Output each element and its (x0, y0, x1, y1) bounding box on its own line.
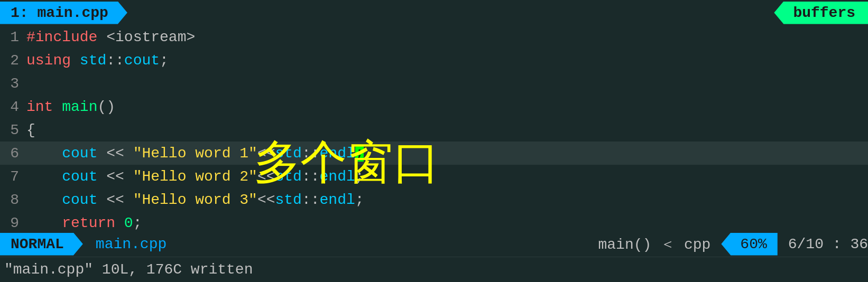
code-line: 6 cout << "Hello word 1"<<std::endl; (0, 142, 868, 165)
code-block: 1#include <iostream>2using std::cout;34i… (0, 25, 868, 258)
token-str: "Hello word 1" (133, 145, 257, 162)
line-number: 5 (0, 122, 26, 138)
token-op: << (257, 145, 275, 162)
token-op (53, 99, 62, 115)
code-line: 8 cout << "Hello word 3"<<std::endl; (0, 188, 868, 211)
token-kw-std: std (275, 145, 302, 162)
line-content: { (26, 122, 35, 138)
buffers-button[interactable]: buffers (774, 2, 868, 24)
line-content: cout << "Hello word 1"<<std::endl; (26, 145, 364, 162)
token-str: "Hello word 2" (133, 168, 257, 185)
token-kw-cout: cout (62, 168, 97, 185)
status-right: main() ＜ cpp 60% 6/10 : 36 (598, 233, 869, 256)
token-op (115, 215, 124, 231)
token-kw-cout: cout (124, 52, 160, 69)
line-number: 9 (0, 215, 26, 231)
token-num: 0 (124, 215, 133, 231)
token-kw-std: endl (320, 192, 355, 208)
token-op (71, 52, 80, 69)
token-kw-std: endl (320, 145, 355, 162)
token-op: :: (302, 192, 320, 208)
tab-bar: 1: main.cpp buffers (0, 0, 868, 25)
status-filename: main.cpp (96, 236, 167, 252)
cursor: ; (355, 145, 364, 162)
token-kw-return: return (62, 215, 115, 231)
token-kw-cout: cout (62, 145, 97, 162)
token-kw-include: #include (26, 29, 97, 45)
token-op: :: (106, 52, 124, 69)
active-tab[interactable]: 1: main.cpp (0, 2, 127, 24)
token-op (97, 29, 106, 45)
status-bar: NORMAL main.cpp main() ＜ cpp 60% 6/10 : … (0, 231, 868, 257)
token-kw-std: std (275, 192, 302, 208)
token-op: :: (302, 145, 320, 162)
token-str: "Hello word 3" (133, 192, 257, 208)
token-kw-std: endl (320, 168, 355, 185)
line-number: 4 (0, 99, 26, 115)
line-content: using std::cout; (26, 52, 169, 69)
line-content: #include <iostream> (26, 29, 195, 45)
line-content: cout << "Hello word 2"<<std::endl; (26, 168, 364, 185)
command-line: "main.cpp" 10L, 176C written (0, 257, 868, 282)
code-line: 1#include <iostream> (0, 25, 868, 49)
code-line: 4int main() (0, 95, 868, 118)
line-content: int main() (26, 99, 115, 115)
line-number: 1 (0, 29, 26, 45)
code-line: 5{ (0, 118, 868, 142)
code-line: 2using std::cout; (0, 49, 868, 72)
token-op: << (97, 168, 133, 185)
token-kw-cout: cout (62, 192, 97, 208)
token-op (26, 145, 62, 162)
token-op (26, 192, 62, 208)
cmd-text: "main.cpp" 10L, 176C written (4, 261, 253, 278)
line-number: 8 (0, 192, 26, 208)
line-content: return 0; (26, 215, 142, 231)
line-number: 3 (0, 76, 26, 92)
token-op (26, 168, 62, 185)
line-number: 6 (0, 145, 26, 162)
token-header: <iostream> (106, 29, 195, 45)
token-op (26, 215, 62, 231)
token-op: ; (355, 192, 364, 208)
token-kw-using: using (26, 52, 71, 69)
token-kw-int: int (26, 99, 53, 115)
token-op: << (97, 145, 133, 162)
status-position: 6/10 : 36 (788, 236, 868, 252)
code-line: 3 (0, 72, 868, 95)
token-kw-std: std (80, 52, 106, 69)
editor-area: 1#include <iostream>2using std::cout;34i… (0, 25, 868, 258)
token-op: << (257, 168, 275, 185)
token-op: :: (302, 168, 320, 185)
token-op: ; (355, 168, 364, 185)
token-op: { (26, 122, 35, 138)
token-op: << (257, 192, 275, 208)
code-line: 7 cout << "Hello word 2"<<std::endl; (0, 165, 868, 188)
line-number: 2 (0, 52, 26, 69)
token-op: << (97, 192, 133, 208)
token-op: ; (133, 215, 142, 231)
mode-indicator: NORMAL (0, 233, 83, 256)
token-fn: main (62, 99, 97, 115)
line-number: 7 (0, 168, 26, 185)
status-func: main() ＜ cpp (598, 234, 711, 254)
status-percent: 60% (721, 233, 777, 256)
token-op: () (97, 99, 115, 115)
token-op: ; (160, 52, 169, 69)
line-content: cout << "Hello word 3"<<std::endl; (26, 192, 364, 208)
token-kw-std: std (275, 168, 302, 185)
